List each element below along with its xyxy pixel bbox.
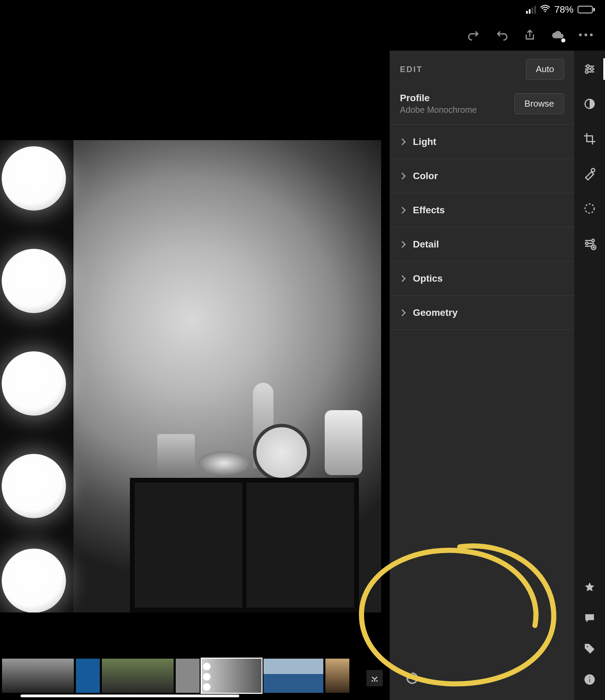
chevron-right-icon: [399, 275, 406, 282]
reset-row: [390, 666, 574, 693]
versions-icon[interactable]: [579, 233, 600, 254]
svg-point-10: [592, 239, 594, 242]
battery-icon: [578, 6, 595, 13]
svg-point-5: [591, 68, 593, 70]
cloud-sync-button[interactable]: [551, 28, 565, 42]
reset-button[interactable]: [405, 671, 420, 688]
svg-point-0: [544, 11, 546, 12]
section-geometry[interactable]: Geometry: [390, 296, 574, 330]
info-icon[interactable]: [579, 669, 600, 690]
edit-panel: EDIT Auto Profile Adobe Monochrome Brows…: [390, 51, 574, 700]
status-bar: 78%: [0, 0, 605, 19]
comments-icon[interactable]: [579, 608, 600, 628]
keywords-tag-icon[interactable]: [579, 638, 600, 659]
profile-value: Adobe Monochrome: [400, 105, 477, 115]
svg-rect-3: [376, 680, 378, 682]
browse-button[interactable]: Browse: [514, 93, 564, 114]
wifi-icon: [540, 3, 550, 16]
section-color[interactable]: Color: [390, 159, 574, 193]
redo-button[interactable]: [467, 28, 481, 42]
alarm-clock: [253, 424, 310, 481]
section-light[interactable]: Light: [390, 125, 574, 159]
thumbnail[interactable]: [76, 659, 100, 693]
section-label: Geometry: [413, 307, 458, 318]
section-detail[interactable]: Detail: [390, 227, 574, 261]
thumbnail[interactable]: [102, 659, 174, 693]
share-button[interactable]: [523, 28, 537, 42]
section-label: Optics: [413, 273, 443, 284]
battery-percent: 78%: [554, 4, 574, 15]
section-label: Detail: [413, 239, 439, 250]
svg-point-4: [587, 65, 589, 68]
crop-icon[interactable]: [579, 129, 600, 149]
chevron-right-icon: [399, 309, 406, 316]
svg-rect-2: [374, 680, 375, 682]
svg-point-14: [587, 646, 588, 647]
svg-rect-16: [589, 679, 590, 683]
top-toolbar: [0, 19, 605, 51]
chevron-right-icon: [399, 207, 406, 214]
section-label: Light: [413, 136, 436, 147]
svg-rect-1: [372, 680, 373, 682]
section-effects[interactable]: Effects: [390, 193, 574, 227]
filmstrip[interactable]: [0, 656, 390, 700]
home-indicator: [21, 695, 239, 697]
svg-point-17: [589, 676, 590, 678]
undo-button[interactable]: [495, 28, 509, 42]
thumbnail[interactable]: [325, 659, 349, 693]
filmstrip-toggle-button[interactable]: [366, 670, 383, 686]
panel-title: EDIT: [400, 65, 423, 74]
masking-icon[interactable]: [579, 198, 600, 219]
section-optics[interactable]: Optics: [390, 261, 574, 296]
auto-button[interactable]: Auto: [526, 59, 564, 80]
svg-point-8: [591, 169, 595, 172]
chevron-right-icon: [399, 173, 406, 179]
photo: [0, 140, 381, 612]
presets-icon[interactable]: [579, 94, 600, 114]
profile-label: Profile: [400, 93, 477, 104]
thumbnail[interactable]: [264, 659, 323, 693]
photo-viewport[interactable]: [0, 51, 390, 637]
section-label: Effects: [413, 205, 445, 216]
profile-row: Profile Adobe Monochrome Browse: [390, 88, 574, 125]
active-tool-indicator: [603, 58, 605, 80]
thumbnail[interactable]: [2, 659, 74, 693]
cloud-status-dot: [561, 38, 565, 42]
shelf: [130, 478, 359, 612]
svg-point-11: [586, 242, 588, 244]
section-label: Color: [413, 171, 438, 181]
more-button[interactable]: [579, 28, 593, 42]
healing-brush-icon[interactable]: [579, 163, 600, 184]
vanity-light-strip: [0, 140, 73, 612]
canvas-area: [0, 51, 390, 700]
right-tool-rail: [574, 51, 605, 700]
cellular-signal-icon: [526, 6, 536, 14]
svg-point-9: [585, 204, 594, 213]
thumbnail[interactable]: [176, 659, 200, 693]
edit-sliders-icon[interactable]: [579, 59, 600, 79]
thumbnail-selected[interactable]: [202, 659, 261, 693]
rate-star-icon[interactable]: [579, 577, 600, 597]
svg-point-6: [586, 70, 588, 73]
chevron-right-icon: [399, 138, 406, 145]
chevron-right-icon: [399, 241, 406, 248]
